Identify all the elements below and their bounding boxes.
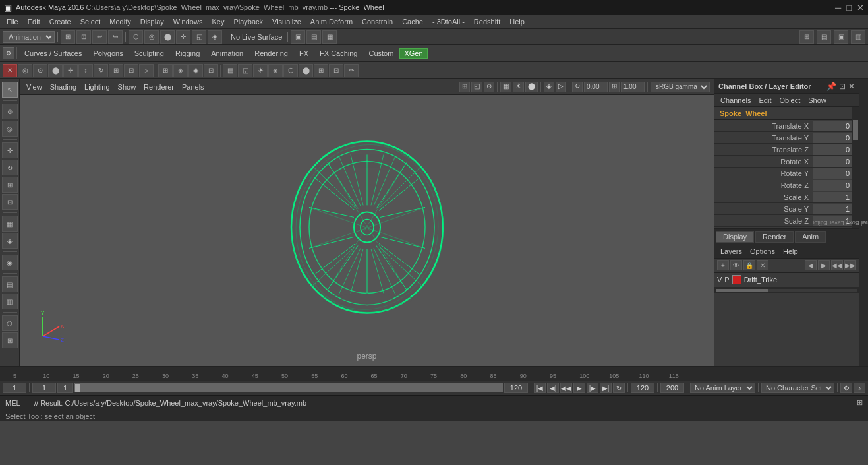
menu-item-create[interactable]: Create <box>45 16 75 27</box>
vp-colorspace-dropdown[interactable]: sRGB gamma <box>651 82 710 92</box>
shelf-icon-x[interactable]: ✕ <box>3 64 17 77</box>
shelf-icon-paint[interactable]: ✛ <box>63 64 78 77</box>
viewport-menu-panels[interactable]: Panels <box>179 83 207 91</box>
shelf-settings-icon[interactable]: ⚙ <box>3 47 14 59</box>
shelf-tab-fxcaching[interactable]: FX Caching <box>314 48 362 59</box>
minimize-button[interactable]: ─ <box>835 3 841 13</box>
shelf-icon-snap4[interactable]: ⊡ <box>204 64 218 77</box>
cb-close-icon[interactable]: ✕ <box>848 82 855 91</box>
ws-layout-icon[interactable]: ▤ <box>817 30 831 44</box>
menu-item-redshift[interactable]: Redshift <box>470 16 504 27</box>
shelf-icon-paint2[interactable]: ✏ <box>344 64 359 77</box>
timeline-range-bar[interactable] <box>74 383 503 392</box>
shelf-icon-camera[interactable]: ◱ <box>238 64 252 77</box>
timeline-current-marker[interactable] <box>75 384 80 392</box>
shelf-tab-curves[interactable]: Curves / Surfaces <box>19 48 87 59</box>
transform-tool-icon[interactable]: ⊡ <box>2 194 18 210</box>
ws-layout3-icon[interactable]: ▥ <box>851 30 865 44</box>
ws-display-icon[interactable]: ⊞ <box>799 30 814 44</box>
go-to-end-button[interactable]: ▶| <box>600 383 612 393</box>
vp-nearclip-input[interactable] <box>621 82 645 92</box>
vp-display-icon[interactable]: ◈ <box>544 82 554 92</box>
shelf-icon-select[interactable]: ◎ <box>18 64 32 77</box>
menu-item-key[interactable]: Key <box>208 16 228 27</box>
current-frame-input[interactable] <box>3 383 26 393</box>
lasso-tool-icon[interactable]: ⊙ <box>2 104 18 119</box>
close-button[interactable]: ✕ <box>857 3 864 13</box>
vp-cam-icon[interactable]: ⊞ <box>459 82 470 92</box>
display-tab-render[interactable]: Render <box>755 231 794 243</box>
grid-icon[interactable]: ⊞ <box>2 332 18 348</box>
cb-menu-channels[interactable]: Channels <box>717 96 754 105</box>
loop-button[interactable]: ↻ <box>613 383 625 393</box>
right-strip-label-channel[interactable]: Channel Box / Layer Editor <box>812 220 868 226</box>
ws-lasso-icon[interactable]: ◎ <box>144 30 159 44</box>
audio-mix-input[interactable] <box>660 383 684 393</box>
playback-end-input[interactable] <box>504 383 528 393</box>
ws-select-icon[interactable]: ⬡ <box>129 30 143 44</box>
shelf-icon-snap1[interactable]: ⊞ <box>158 64 173 77</box>
paint-select-icon[interactable]: ◎ <box>2 121 18 137</box>
shelf-icon-rotate[interactable]: ↻ <box>94 64 108 77</box>
cb-float-icon[interactable]: ⊡ <box>839 82 846 91</box>
step-forward-button[interactable]: |▶ <box>587 383 598 393</box>
channel-value-0[interactable] <box>813 121 852 131</box>
layer-hide-icon[interactable]: 👁 <box>730 260 742 270</box>
anim-layer-dropdown[interactable]: No Anim Layer <box>690 383 755 393</box>
cb-scrollbar[interactable] <box>852 107 859 228</box>
shelf-icon-anim[interactable]: ▷ <box>139 64 154 77</box>
channel-value-3[interactable] <box>813 156 852 167</box>
channel-value-4[interactable] <box>813 168 852 179</box>
shelf-icon-layer[interactable]: ▤ <box>223 64 237 77</box>
shelf-tab-custom[interactable]: Custom <box>364 48 399 59</box>
max-frame-input[interactable] <box>631 383 654 393</box>
shelf-tab-animation[interactable]: Animation <box>206 48 248 59</box>
menu-item-display[interactable]: Display <box>136 16 168 27</box>
shelf-icon-snap3[interactable]: ◉ <box>188 64 203 77</box>
cb-scrollbar-thumb[interactable] <box>853 120 858 140</box>
status-end-icon[interactable]: ⊞ <box>857 398 863 407</box>
layer-playback-toggle[interactable]: P <box>724 276 729 284</box>
channel-value-2[interactable] <box>813 144 852 155</box>
shelf-icon-deform[interactable]: ⬡ <box>283 64 298 77</box>
shelf-tab-sculpting[interactable]: Sculpting <box>129 48 169 59</box>
shelf-icon-joint[interactable]: ⊡ <box>124 64 138 77</box>
vp-film-icon[interactable]: ◱ <box>471 82 482 92</box>
shelf-tab-fx[interactable]: FX <box>294 48 314 59</box>
menu-item-modify[interactable]: Modify <box>105 16 134 27</box>
vp-isolated-icon[interactable]: ⊙ <box>484 82 494 92</box>
vp-shading-icon[interactable]: ⬤ <box>525 82 538 92</box>
layer-scroll-up-icon[interactable]: ◀ <box>805 260 817 270</box>
pl-settings-icon[interactable]: ⚙ <box>840 383 852 393</box>
ws-layout2-icon[interactable]: ▣ <box>834 30 848 44</box>
select-tool-icon[interactable]: ↖ <box>2 82 18 98</box>
display-tab-anim[interactable]: Anim <box>795 231 826 243</box>
vp-lights-icon[interactable]: ☀ <box>513 82 524 92</box>
workspace-dropdown[interactable]: Animation <box>3 31 55 43</box>
shelf-icon-select2[interactable]: ⊙ <box>33 64 47 77</box>
xray-icon[interactable]: ⬡ <box>2 315 18 331</box>
menu-item-edit[interactable]: Edit <box>24 16 44 27</box>
cb-menu-edit[interactable]: Edit <box>755 96 774 105</box>
viewport-menu-renderer[interactable]: Renderer <box>141 83 177 91</box>
scale-tool-icon[interactable]: ⊞ <box>2 177 18 193</box>
ws-shading-icon[interactable]: ▦ <box>322 30 337 44</box>
shelf-icon-transform[interactable]: ↕ <box>78 64 93 77</box>
shelf-icon-mat[interactable]: ◈ <box>268 64 283 77</box>
shelf-tab-polygons[interactable]: Polygons <box>88 48 128 59</box>
timeline-ruler[interactable]: 5101520253035404550556065707580859095100… <box>0 367 868 381</box>
vp-grid-icon[interactable]: ▦ <box>500 82 511 92</box>
layer-scroll-bar[interactable] <box>714 288 859 293</box>
ws-camera-icon[interactable]: ◱ <box>192 30 206 44</box>
render-layer-icon[interactable]: ▥ <box>2 294 18 309</box>
viewport-menu-show[interactable]: Show <box>115 83 139 91</box>
menu-item-visualize[interactable]: Visualize <box>268 16 305 27</box>
viewport-canvas[interactable]: X Y Z persp <box>20 95 714 366</box>
pl-audio-icon[interactable]: ♪ <box>854 383 865 393</box>
menu-item-help[interactable]: Help <box>506 16 529 27</box>
layers-menu-layers[interactable]: Layers <box>717 247 745 256</box>
shelf-icon-snap2[interactable]: ◈ <box>173 64 188 77</box>
char-set-dropdown[interactable]: No Character Set <box>761 383 834 393</box>
ws-render-icon[interactable]: ◈ <box>208 30 222 44</box>
cb-menu-object[interactable]: Object <box>776 96 803 105</box>
